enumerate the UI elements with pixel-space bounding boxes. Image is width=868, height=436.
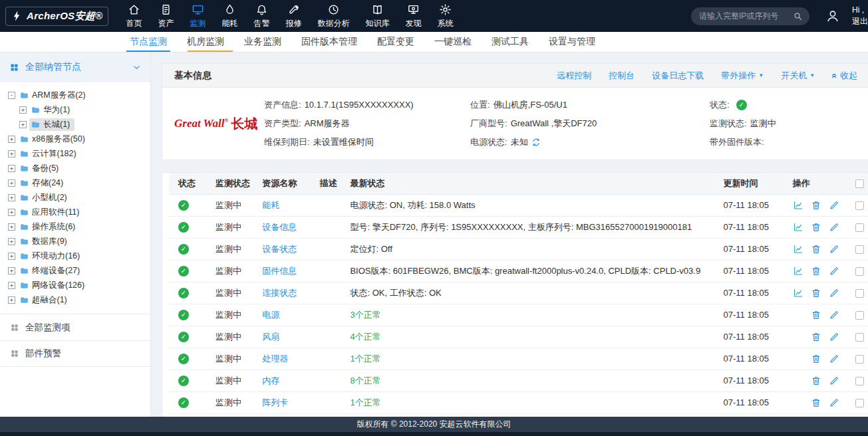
delete-icon[interactable]: [811, 354, 821, 364]
row-checkbox[interactable]: [855, 377, 864, 385]
delete-icon[interactable]: [811, 397, 821, 408]
nav-item-home[interactable]: 首页: [118, 0, 150, 32]
tree-node-network-devices[interactable]: +网络设备(126): [0, 278, 150, 292]
expand-node-icon[interactable]: +: [8, 282, 15, 289]
tab-room-monitor[interactable]: 机房监测: [177, 32, 234, 52]
search-box[interactable]: [691, 7, 809, 25]
expand-node-icon[interactable]: +: [8, 209, 15, 216]
delete-icon[interactable]: [811, 288, 821, 298]
chart-icon[interactable]: [793, 222, 803, 233]
nav-item-system[interactable]: 系统: [429, 0, 461, 32]
row-checkbox[interactable]: [855, 223, 864, 232]
edit-icon[interactable]: [829, 354, 839, 364]
cell-latest-status[interactable]: 3个正常: [341, 304, 714, 326]
tree-node-x86-servers[interactable]: +x86服务器(50): [0, 132, 150, 146]
tree-node-backup[interactable]: +备份(5): [0, 161, 150, 175]
tree-node-greatwall[interactable]: +长城(1): [0, 117, 150, 132]
tab-one-key-inspection[interactable]: 一键巡检: [424, 32, 482, 52]
expand-node-icon[interactable]: +: [8, 150, 15, 158]
resource-link-raid-card[interactable]: 阵列卡: [262, 397, 288, 407]
tab-settings-management[interactable]: 设置与管理: [539, 32, 605, 52]
tree-node-box[interactable]: 小型机(2): [18, 191, 72, 204]
tree-node-minicomputer[interactable]: +小型机(2): [0, 190, 150, 205]
expand-node-icon[interactable]: +: [8, 296, 15, 304]
tree-node-box[interactable]: 云计算(182): [18, 148, 81, 160]
resource-link-connection-status[interactable]: 连接状态: [262, 288, 297, 298]
edit-icon[interactable]: [829, 266, 839, 276]
chart-icon[interactable]: [793, 200, 803, 211]
tree-node-box[interactable]: 终端设备(27): [18, 265, 84, 277]
expand-node-icon[interactable]: +: [8, 267, 15, 274]
expand-node-icon[interactable]: +: [8, 165, 15, 172]
action-power-switch[interactable]: 开关机▼: [772, 70, 823, 82]
tree-node-box[interactable]: 环境动力(16): [18, 250, 84, 263]
nav-item-repair[interactable]: 报修: [277, 0, 309, 32]
delete-icon[interactable]: [811, 332, 821, 342]
sidebar-header-all-nodes[interactable]: 全部纳管节点: [0, 52, 150, 82]
tree-node-cloud-computing[interactable]: +云计算(182): [0, 146, 150, 161]
nav-item-assets[interactable]: 资产: [150, 0, 182, 32]
delete-icon[interactable]: [811, 200, 821, 211]
tree-node-box[interactable]: 华为(1): [29, 104, 74, 116]
row-checkbox[interactable]: [855, 399, 864, 407]
refresh-icon[interactable]: [531, 138, 541, 147]
collapse-node-icon[interactable]: -: [8, 92, 15, 99]
tree-node-box[interactable]: 应用软件(11): [18, 206, 84, 219]
expand-node-icon[interactable]: +: [8, 136, 15, 143]
delete-icon[interactable]: [811, 266, 821, 276]
chart-icon[interactable]: [793, 244, 803, 255]
search-input[interactable]: [699, 11, 793, 21]
expand-node-icon[interactable]: +: [8, 179, 15, 187]
row-checkbox[interactable]: [855, 289, 864, 298]
tab-node-monitor[interactable]: 节点监测: [120, 32, 177, 52]
action-remote-control[interactable]: 远程控制: [548, 70, 600, 82]
resource-link-memory[interactable]: 内存: [262, 376, 279, 385]
tree-node-env-power[interactable]: +环境动力(16): [0, 249, 150, 263]
action-device-log-download[interactable]: 设备日志下载: [643, 70, 712, 82]
cell-latest-status[interactable]: 4个正常: [341, 326, 714, 348]
delete-icon[interactable]: [811, 310, 821, 320]
sidebar-item-component-alerts[interactable]: 部件预警: [0, 340, 150, 367]
tree-node-app-software[interactable]: +应用软件(11): [0, 205, 150, 219]
tree-node-huawei[interactable]: +华为(1): [0, 102, 150, 117]
nav-item-alarm[interactable]: 告警: [245, 0, 277, 32]
nav-item-knowledge[interactable]: 知识库: [357, 0, 397, 32]
tree-node-hci[interactable]: +超融合(1): [0, 292, 150, 307]
tree-node-box[interactable]: x86服务器(50): [18, 133, 90, 146]
app-logo[interactable]: ArcherOS安超®: [5, 7, 108, 26]
tab-test-tools[interactable]: 测试工具: [482, 32, 539, 52]
expand-node-icon[interactable]: +: [8, 253, 15, 260]
logout-link[interactable]: 退出: [852, 16, 868, 27]
resource-link-firmware-info[interactable]: 固件信息: [262, 266, 297, 276]
resource-link-energy[interactable]: 能耗: [262, 200, 279, 210]
chart-icon[interactable]: [793, 266, 803, 276]
row-checkbox[interactable]: [855, 311, 864, 320]
action-oob-operation[interactable]: 带外操作▼: [712, 70, 772, 82]
action-collapse[interactable]: «收起: [823, 70, 866, 82]
tree-node-storage[interactable]: +存储(24): [0, 175, 150, 190]
resource-link-processor[interactable]: 处理器: [262, 354, 288, 364]
tree-node-box[interactable]: 存储(24): [18, 177, 68, 189]
expand-node-icon[interactable]: +: [19, 121, 27, 128]
resource-link-power[interactable]: 电源: [262, 310, 279, 320]
edit-icon[interactable]: [829, 332, 839, 342]
action-console[interactable]: 控制台: [600, 70, 643, 82]
nav-item-monitor[interactable]: 监测: [182, 0, 214, 32]
tree-node-terminal-devices[interactable]: +终端设备(27): [0, 263, 150, 278]
row-checkbox[interactable]: [855, 355, 864, 364]
delete-icon[interactable]: [811, 376, 821, 386]
row-checkbox[interactable]: [855, 333, 864, 342]
nav-item-analysis[interactable]: 数据分析: [309, 0, 357, 32]
expand-node-icon[interactable]: +: [8, 194, 15, 201]
resource-link-device-info[interactable]: 设备信息: [262, 222, 297, 232]
tab-business-monitor[interactable]: 业务监测: [234, 32, 291, 52]
row-checkbox[interactable]: [855, 245, 864, 254]
edit-icon[interactable]: [829, 310, 839, 320]
tree-node-operating-system[interactable]: +操作系统(6): [0, 219, 150, 234]
tree-node-box[interactable]: 操作系统(6): [18, 221, 80, 233]
row-checkbox[interactable]: [855, 201, 864, 210]
user-icon[interactable]: [825, 9, 840, 23]
chart-icon[interactable]: [793, 288, 803, 298]
edit-icon[interactable]: [829, 397, 839, 408]
edit-icon[interactable]: [829, 222, 839, 233]
